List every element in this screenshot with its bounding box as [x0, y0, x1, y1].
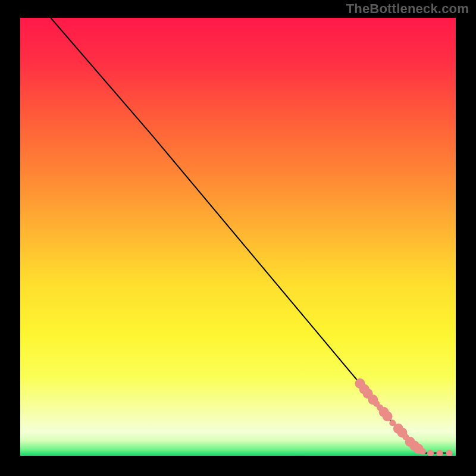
plot-canvas [20, 18, 456, 456]
plot-background [20, 18, 456, 456]
chart-frame: TheBottleneck.com [0, 0, 476, 476]
watermark-text: TheBottleneck.com [346, 1, 469, 17]
marker-dot [419, 448, 426, 455]
marker-dot [383, 411, 393, 421]
